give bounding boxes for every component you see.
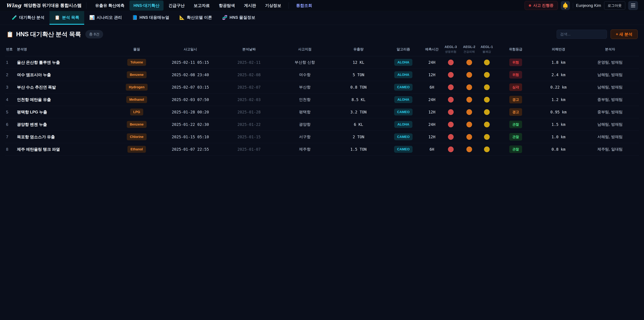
logout-button[interactable]: 로그아웃 xyxy=(604,1,625,10)
substance-cell: Benzene xyxy=(114,71,159,78)
analysis-date: 2025-02-08 xyxy=(221,73,277,77)
table-row[interactable]: 2여수 엠프시아 누출Benzene2025-02-08 23:402025-0… xyxy=(5,69,639,81)
spill-amount: 0.8 TON xyxy=(333,85,384,89)
aegl-1-indicator xyxy=(484,134,490,140)
risk-cell: 경고 xyxy=(496,108,536,116)
column-header-1: 분석명 xyxy=(16,47,114,51)
analysis-name: 여수 엠프시아 누출 xyxy=(16,72,114,78)
forecast-duration: 12H xyxy=(422,110,441,114)
row-number: 5 xyxy=(5,110,16,114)
incident-location: 평택항 xyxy=(277,109,333,115)
substance-cell: LPG xyxy=(114,109,159,115)
aegl-3-indicator xyxy=(448,147,454,152)
aegl-2-indicator-cell xyxy=(460,72,478,78)
tab-3[interactable]: 📘HNS 대응매뉴얼 xyxy=(127,11,174,25)
aegl-2-indicator-cell xyxy=(460,60,478,65)
table-row[interactable]: 6광양항 벤젠 누출Benzene2025-01-22 02:302025-01… xyxy=(5,118,639,131)
algorithm-cell: ALOHA xyxy=(384,121,422,128)
forecast-duration: 24H xyxy=(422,98,441,102)
column-header-sublabel: 건강피해 xyxy=(460,50,478,54)
risk-grade-badge: 위험 xyxy=(509,59,522,66)
aegl-1-indicator xyxy=(484,122,490,127)
analysis-date: 2025-02-07 xyxy=(221,85,277,89)
nav-item-2[interactable]: 긴급구난 xyxy=(164,1,189,11)
substance-cell: Toluene xyxy=(114,59,159,66)
notifications-button[interactable] xyxy=(561,1,570,10)
algorithm-badge: CAMEO xyxy=(394,109,412,115)
forecast-duration: 6H xyxy=(422,85,441,89)
aegl-1-indicator-cell xyxy=(478,109,496,115)
analyst: 서해팀, 방재팀 xyxy=(581,134,639,139)
tab-1[interactable]: 📋분석 목록 xyxy=(50,11,84,25)
aegl-3-indicator-cell xyxy=(441,109,460,115)
hamburger-bar xyxy=(631,5,635,6)
column-header-7: 알고리즘 xyxy=(384,47,422,51)
tab-0[interactable]: 🧪대기확산 분석 xyxy=(7,11,50,25)
dna-icon: 🧬 xyxy=(222,15,228,20)
clipboard-icon: 📋 xyxy=(54,15,60,20)
risk-grade-badge: 위험 xyxy=(509,71,522,79)
bar-chart-icon: 📊 xyxy=(89,15,94,20)
incident-datetime: 2025-01-22 02:30 xyxy=(159,122,221,127)
analyst: 중부팀, 방재팀 xyxy=(581,97,639,102)
tab-label: HNS 대응매뉴얼 xyxy=(140,15,169,20)
spill-amount: 8.5 KL xyxy=(333,98,384,102)
aegl-2-indicator xyxy=(466,60,472,65)
table-row[interactable]: 3부산 수소 추진연 폭발Hydrogen2025-02-07 03:15202… xyxy=(5,81,639,94)
column-header-label: 분석명 xyxy=(17,47,27,51)
column-header-label: 분석자 xyxy=(605,47,615,51)
nav-item-3[interactable]: 보고자료 xyxy=(190,1,214,11)
column-header-sublabel: 생명위협 xyxy=(441,50,460,54)
damage-radius: 0.95 km xyxy=(536,110,581,114)
analysis-name: 목포항 염소스가 유출 xyxy=(16,134,114,140)
analysis-table: 번호분석명물질사고일시분석날짜사고지점유출량알고리즘예측시간AEGL-3생명위협… xyxy=(5,43,639,156)
aegl-3-indicator-cell xyxy=(441,84,460,90)
aegl-1-indicator-cell xyxy=(478,97,496,103)
tab-4[interactable]: 📐확산모델 이론 xyxy=(174,11,217,25)
substance-cell: Methanol xyxy=(114,96,159,103)
nav-item-7[interactable]: 통합조회 xyxy=(292,1,316,11)
analysis-date: 2025-02-03 xyxy=(221,98,277,102)
column-header-8: 예측시간 xyxy=(422,47,441,51)
aegl-3-indicator xyxy=(448,134,454,140)
substance-badge: Chlorine xyxy=(127,133,146,140)
nav-item-4[interactable]: 항공탐색 xyxy=(215,1,239,11)
column-header-3: 사고일시 xyxy=(159,47,221,51)
hamburger-menu-button[interactable] xyxy=(628,1,638,10)
nav-item-5[interactable]: 게시판 xyxy=(240,1,260,11)
damage-radius: 1.2 km xyxy=(536,98,581,102)
column-header-label: 분석날짜 xyxy=(242,47,256,51)
risk-grade-badge: 경고 xyxy=(509,108,522,116)
column-header-label: AEGL-1 xyxy=(481,45,493,49)
nav-item-1[interactable]: HNS·대기확산 xyxy=(130,1,164,11)
nav-item-6[interactable]: 기상정보 xyxy=(261,1,285,11)
row-number: 1 xyxy=(5,60,16,65)
total-count-badge: 총 8건 xyxy=(85,30,103,39)
substance-badge: Methanol xyxy=(126,96,147,103)
column-header-11: AEGL-1불쾌감 xyxy=(478,45,496,54)
table-row[interactable]: 8제주 에탄올링 탱크 파열Ethanol2025-01-07 22:55202… xyxy=(5,143,639,156)
search-input[interactable] xyxy=(556,30,607,39)
column-header-label: 번호 xyxy=(6,47,13,51)
forecast-duration: 12H xyxy=(422,73,441,77)
damage-radius: 1.0 km xyxy=(536,135,581,139)
aegl-1-indicator xyxy=(484,109,490,115)
incident-location: 인천항 xyxy=(277,97,333,102)
new-analysis-button[interactable]: + 새 분석 xyxy=(611,30,638,39)
nav-item-0[interactable]: 유출유 확산예측 xyxy=(91,1,128,11)
tab-5[interactable]: 🧬HNS 물질정보 xyxy=(217,11,260,25)
aegl-2-indicator-cell xyxy=(460,147,478,152)
risk-grade-badge: 관찰 xyxy=(509,121,522,128)
risk-grade-badge: 관찰 xyxy=(509,133,522,141)
column-header-label: 사고지점 xyxy=(298,47,312,51)
main-nav: 유출유 확산예측HNS·대기확산긴급구난보고자료항공탐색게시판기상정보통합조회 xyxy=(91,1,524,11)
table-row[interactable]: 1울산 온산항 톨루엔 누출Toluene2025-02-11 05:15202… xyxy=(5,56,639,69)
table-row[interactable]: 5평택항 LPG 누출LPG2025-01-28 00:202025-01-28… xyxy=(5,106,639,118)
aegl-3-indicator-cell xyxy=(441,72,460,78)
tab-2[interactable]: 📊시나리오 관리 xyxy=(84,11,127,25)
substance-badge: Toluene xyxy=(127,59,146,66)
table-row[interactable]: 7목포항 염소스가 유출Chlorine2025-01-15 05:102025… xyxy=(5,131,639,143)
risk-cell: 관찰 xyxy=(496,121,536,128)
substance-cell: Chlorine xyxy=(114,133,159,140)
table-row[interactable]: 4인천항 메탄올 유출Methanol2025-02-03 07:502025-… xyxy=(5,94,639,106)
